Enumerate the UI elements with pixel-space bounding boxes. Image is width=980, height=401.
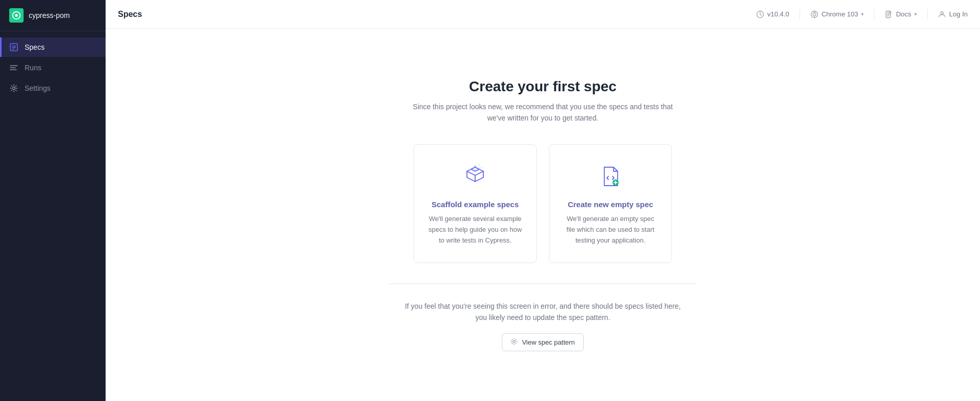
svg-point-12 [813,13,816,16]
content-divider [389,284,697,284]
version-indicator: v10.4.0 [756,10,789,18]
runs-icon [9,63,18,72]
svg-rect-4 [12,47,16,48]
scaffold-card-title: Scaffold example specs [432,200,519,209]
specs-nav-label: Specs [25,43,45,51]
browser-icon [810,10,819,18]
spec-cards-container: Scaffold example specs We'll generate se… [414,144,672,263]
empty-spec-card-desc: We'll generate an empty spec file which … [562,214,659,246]
view-spec-pattern-button[interactable]: View spec pattern [502,333,583,351]
scaffold-icon [460,161,491,192]
sidebar-item-specs[interactable]: Specs [0,37,106,57]
docs-chevron-icon: ▾ [914,11,917,17]
page-title: Specs [118,10,142,19]
svg-point-16 [941,12,943,14]
svg-point-18 [513,340,515,343]
runs-nav-label: Runs [25,64,42,72]
svg-point-9 [13,87,15,90]
scaffold-specs-card[interactable]: Scaffold example specs We'll generate se… [414,144,537,263]
svg-rect-5 [12,49,14,50]
specs-icon [9,43,18,52]
view-spec-pattern-label: View spec pattern [522,338,575,346]
login-icon [938,10,946,18]
browser-chevron-icon: ▾ [861,11,864,17]
settings-nav-label: Settings [25,84,51,92]
error-description: If you feel that you're seeing this scre… [399,300,686,324]
sidebar: cypress-pom Specs [0,0,106,401]
sidebar-navigation: Specs Runs Settings [0,31,106,104]
gear-icon [511,338,518,347]
topbar-divider-3 [927,9,928,19]
sidebar-item-settings[interactable]: Settings [0,78,106,98]
version-label: v10.4.0 [767,10,789,18]
create-spec-subheading: Since this project looks new, we recomme… [410,101,676,124]
login-button[interactable]: Log In [938,10,968,18]
topbar-actions: v10.4.0 Chrome 103 ▾ [756,9,968,19]
svg-rect-3 [12,46,16,47]
login-label: Log In [949,10,968,18]
new-spec-icon [595,161,626,192]
sidebar-logo: cypress-pom [0,0,106,31]
project-name: cypress-pom [29,11,70,19]
topbar-divider-2 [874,9,874,19]
docs-label: Docs [896,10,911,18]
svg-point-1 [15,14,17,16]
browser-selector[interactable]: Chrome 103 ▾ [810,10,864,18]
topbar: Specs v10.4.0 [106,0,980,29]
cypress-logo-icon [9,8,24,23]
sidebar-item-runs[interactable]: Runs [0,58,106,77]
create-empty-spec-card[interactable]: Create new empty spec We'll generate an … [549,144,672,263]
scaffold-card-desc: We'll generate several example specs to … [426,214,524,246]
main-content: Create your first spec Since this projec… [106,29,980,401]
settings-icon [9,84,18,93]
docs-button[interactable]: Docs ▾ [885,10,917,18]
topbar-divider-1 [800,9,800,19]
empty-spec-card-title: Create new empty spec [568,200,654,209]
version-icon [756,10,764,18]
create-spec-heading: Create your first spec [469,78,617,95]
main-container: Specs v10.4.0 [106,0,980,401]
browser-label: Chrome 103 [822,10,859,18]
docs-icon [885,10,893,18]
